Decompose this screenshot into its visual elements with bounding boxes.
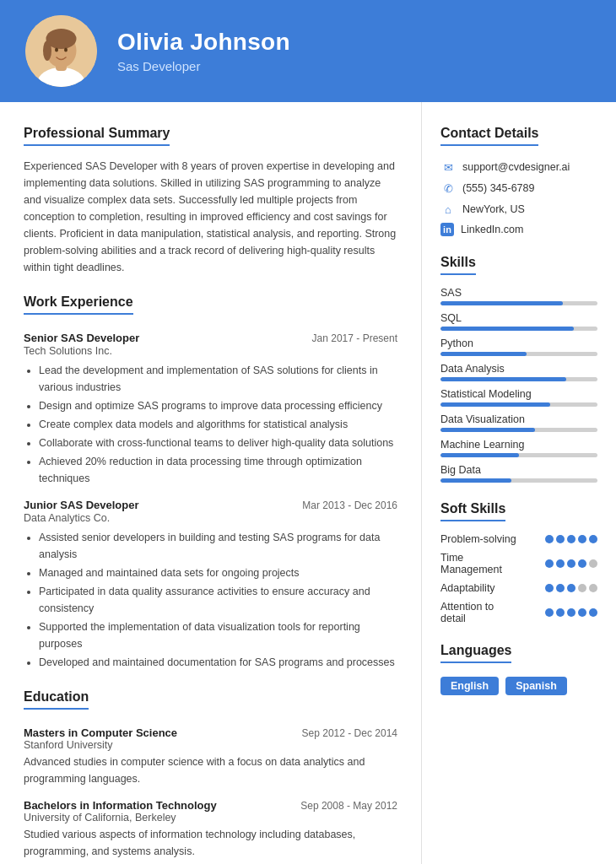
list-item: Collaborate with cross-functional teams … (39, 435, 397, 451)
skill-python: Python (440, 338, 597, 356)
skill-machine-learning: Machine Learning (440, 439, 597, 457)
job-1-title: Senior SAS Developer (24, 332, 139, 344)
contact-email: ✉ support@cvdesigner.ai (440, 159, 597, 175)
list-item: Managed and maintained data sets for ong… (39, 564, 397, 581)
skill-data-analysis: Data Analysis (440, 363, 597, 381)
education-title: Education (24, 689, 89, 710)
left-column: Professional Summary Experienced SAS Dev… (0, 102, 422, 864)
skill-sas: SAS (440, 287, 597, 305)
contact-phone: ✆ (555) 345-6789 (440, 181, 597, 196)
list-item: Achieved 20% reduction in data processin… (39, 453, 397, 487)
languages-title: Languages (440, 643, 511, 663)
soft-skill-problem-solving: Problem-solving (440, 533, 597, 545)
svg-point-6 (55, 48, 58, 52)
job-2: Junior SAS Developer Mar 2013 - Dec 2016… (24, 499, 397, 671)
degree-1-name: Masters in Computer Science (24, 726, 177, 739)
skills-section: Skills SAS SQL Python Data Analysis Stat… (440, 255, 597, 483)
dots-problem-solving (545, 535, 597, 543)
candidate-title: Sas Developer (117, 59, 290, 73)
email-icon: ✉ (440, 159, 456, 175)
list-item: Assisted senior developers in building a… (39, 529, 397, 563)
job-1: Senior SAS Developer Jan 2017 - Present … (24, 332, 397, 487)
degree-2-desc: Studied various aspects of information t… (24, 826, 397, 860)
list-item: Lead the development and implementation … (39, 362, 397, 396)
work-experience-section: Work Experience Senior SAS Developer Jan… (24, 294, 397, 671)
header: Olivia Johnson Sas Developer (0, 0, 616, 102)
summary-section: Professional Summary Experienced SAS Dev… (24, 126, 397, 276)
skill-sql: SQL (440, 312, 597, 331)
header-text: Olivia Johnson Sas Developer (117, 29, 290, 73)
job-1-header: Senior SAS Developer Jan 2017 - Present (24, 332, 397, 344)
languages-section: Languages English Spanish (440, 643, 597, 695)
degree-1-header: Masters in Computer Science Sep 2012 - D… (24, 726, 397, 739)
skill-statistical-modeling: Statistical Modeling (440, 388, 597, 407)
list-item: Developed and maintained documentation f… (39, 654, 397, 671)
summary-title: Professional Summary (24, 126, 170, 146)
job-1-bullets: Lead the development and implementation … (24, 362, 397, 487)
linkedin-icon: in (440, 223, 454, 236)
dots-attention-to-detail (545, 608, 597, 617)
degree-2-school: University of California, Berkeley (24, 812, 397, 824)
work-experience-title: Work Experience (24, 294, 133, 315)
job-1-date: Jan 2017 - Present (312, 332, 397, 344)
education-section: Education Masters in Computer Science Se… (24, 689, 397, 860)
degree-1-school: Stanford University (24, 739, 397, 751)
soft-skills-title: Soft Skills (440, 501, 505, 521)
summary-text: Experienced SAS Developer with 8 years o… (24, 158, 397, 276)
degree-1-date: Sep 2012 - Dec 2014 (302, 727, 397, 739)
linkedin-text: LinkedIn.com (461, 224, 523, 235)
job-1-company: Tech Solutions Inc. (24, 345, 397, 357)
degree-2-date: Sep 2008 - May 2012 (300, 800, 397, 812)
list-item: Create complex data models and algorithm… (39, 416, 397, 433)
job-2-header: Junior SAS Developer Mar 2013 - Dec 2016 (24, 499, 397, 511)
soft-skill-time-management: TimeManagement (440, 552, 597, 575)
soft-skill-adaptability: Adaptability (440, 582, 597, 594)
soft-skill-attention-to-detail: Attention todetail (440, 601, 597, 624)
skill-big-data: Big Data (440, 464, 597, 483)
contact-location: ⌂ NewYork, US (440, 202, 597, 217)
soft-skills-section: Soft Skills Problem-solving TimeManageme… (440, 501, 597, 624)
contact-linkedin: in LinkedIn.com (440, 223, 597, 236)
list-item: Supported the implementation of data vis… (39, 618, 397, 652)
svg-point-5 (43, 40, 51, 61)
degree-1: Masters in Computer Science Sep 2012 - D… (24, 726, 397, 787)
phone-text: (555) 345-6789 (462, 182, 534, 194)
dots-time-management (545, 559, 597, 568)
skill-data-visualization: Data Visualization (440, 413, 597, 432)
list-item: Design and optimize SAS programs to impr… (39, 397, 397, 414)
job-2-title: Junior SAS Developer (24, 499, 139, 511)
list-item: Participated in data quality assurance a… (39, 583, 397, 617)
right-column: Contact Details ✉ support@cvdesigner.ai … (422, 102, 616, 864)
job-2-company: Data Analytics Co. (24, 512, 397, 524)
svg-point-7 (64, 48, 68, 52)
contact-title: Contact Details (440, 126, 538, 146)
degree-2-header: Bachelors in Information Technology Sep … (24, 799, 397, 812)
avatar (25, 15, 97, 87)
location-text: NewYork, US (462, 203, 525, 215)
language-spanish: Spanish (505, 677, 567, 695)
degree-2: Bachelors in Information Technology Sep … (24, 799, 397, 860)
location-icon: ⌂ (440, 202, 456, 217)
contact-section: Contact Details ✉ support@cvdesigner.ai … (440, 126, 597, 236)
degree-2-name: Bachelors in Information Technology (24, 799, 217, 812)
phone-icon: ✆ (440, 181, 456, 196)
language-english: English (440, 677, 499, 695)
skills-title: Skills (440, 255, 476, 275)
dots-adaptability (545, 584, 597, 592)
candidate-name: Olivia Johnson (117, 29, 290, 56)
degree-1-desc: Advanced studies in computer science wit… (24, 753, 397, 787)
language-badges: English Spanish (440, 677, 597, 695)
email-text: support@cvdesigner.ai (462, 161, 570, 173)
job-2-bullets: Assisted senior developers in building a… (24, 529, 397, 671)
contact-list: ✉ support@cvdesigner.ai ✆ (555) 345-6789… (440, 159, 597, 236)
job-2-date: Mar 2013 - Dec 2016 (302, 500, 397, 511)
main-content: Professional Summary Experienced SAS Dev… (0, 102, 616, 864)
